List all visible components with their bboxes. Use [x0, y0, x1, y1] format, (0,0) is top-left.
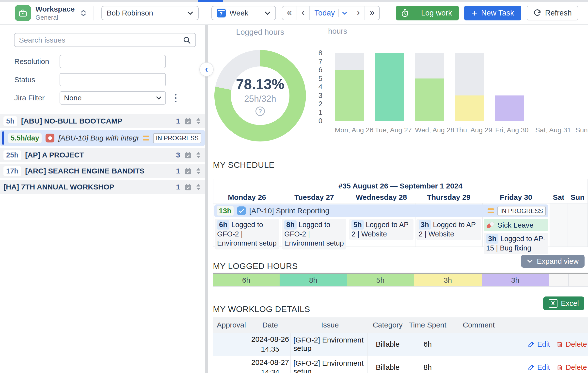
refresh-button[interactable]: Refresh [527, 6, 578, 20]
user-select[interactable]: Bob Robinson [101, 6, 199, 20]
logged-segment[interactable]: 3h [482, 274, 549, 286]
project-row-ap[interactable]: 25h [AP] A PROJECT 3 [0, 148, 205, 162]
logged-segment[interactable]: 3h [414, 274, 482, 286]
search-input[interactable] [19, 36, 183, 44]
edit-button[interactable]: Edit [528, 363, 550, 372]
project-hours-badge: 17h [3, 166, 21, 176]
donut-chart-title: Logged hours [214, 28, 306, 37]
search-box [14, 33, 196, 47]
sidebar-main-divider[interactable] [205, 25, 208, 373]
y-tick-label: 7 [318, 57, 322, 65]
cell-date: 2024-08-26 14:35 [250, 334, 290, 354]
search-icon[interactable] [183, 36, 191, 44]
project-hours-badge: 5h [3, 116, 17, 126]
nav-next-button[interactable]: › [352, 6, 365, 20]
status-input[interactable] [60, 73, 166, 86]
worklog-card-wednesday[interactable]: 5h Logged to AP-2 | Website [349, 219, 413, 240]
bar-column [415, 53, 444, 121]
day-header: Sat [550, 193, 568, 202]
y-tick-label: 4 [318, 83, 322, 91]
col-issue: Issue [290, 317, 368, 333]
project-count: 1 [176, 183, 180, 191]
delete-button[interactable]: Delete [556, 363, 587, 372]
schedule-week-title: #35 August 26 — September 1 2024 [213, 179, 588, 192]
log-work-label: Log work [414, 9, 459, 17]
help-icon[interactable]: ? [255, 107, 265, 116]
expand-view-button[interactable]: Expand view [521, 255, 585, 268]
project-row-abu[interactable]: 5h [ABU] NO-BULL BOOTCAMP 1 [0, 114, 205, 128]
workspace-switcher[interactable]: Workspace General [15, 5, 86, 21]
excel-export-button[interactable]: X Excel [543, 296, 584, 310]
my-logged-hours-heading: MY LOGGED HOURS [213, 261, 298, 271]
bar-column [375, 53, 404, 121]
y-tick-label: 0 [318, 117, 322, 125]
y-tick-label: 3 [318, 91, 322, 99]
col-approval: Approval [213, 321, 250, 329]
col-time-spent: Time Spent [407, 321, 448, 329]
y-tick-label: 2 [318, 100, 322, 108]
calendar-check-icon[interactable] [184, 183, 192, 191]
status-badge: IN PROGRESS [153, 133, 201, 143]
day-header: Sun [568, 193, 588, 202]
worklog-card-thursday[interactable]: 3h Logged to AP-2 | Website [416, 219, 481, 240]
trash-icon [556, 364, 563, 371]
project-list: 5h [ABU] NO-BULL BOOTCAMP 1 5.5h/day [AB… [0, 114, 205, 194]
calendar-check-icon[interactable] [184, 167, 192, 175]
nav-last-button[interactable]: » [365, 6, 379, 20]
project-name: [ABU] NO-BULL BOOTCAMP [21, 117, 122, 125]
nav-first-button[interactable]: « [282, 6, 297, 20]
sick-leave-card[interactable]: Sick Leave [484, 219, 548, 231]
pill-icon [486, 221, 495, 229]
sort-arrows-icon[interactable] [196, 152, 201, 158]
sidebar-collapse-button[interactable]: ‹ [199, 62, 214, 77]
nav-prev-button[interactable]: ‹ [297, 6, 310, 20]
sort-arrows-icon[interactable] [196, 184, 201, 190]
project-row-ha[interactable]: [HA] 7TH ANNUAL WORKSHOP 1 [0, 180, 205, 194]
jira-filter-select[interactable]: None [60, 91, 166, 105]
bar-x-label: Wed, Aug 28 [415, 126, 444, 134]
bar-x-label: Mon, Aug 26 [335, 126, 364, 134]
workspace-switch-chevrons-icon[interactable] [81, 10, 86, 16]
chevron-down-icon [187, 11, 193, 15]
worklog-card-friday[interactable]: 3h Logged to AP-15 | Bug fixing [484, 233, 548, 254]
sort-arrows-icon[interactable] [196, 118, 201, 124]
worklog-row: 2024-08-26 14:35 [GFO-2] Environment set… [213, 333, 588, 356]
jira-filter-menu-icon[interactable] [173, 92, 178, 104]
chevron-down-icon [265, 11, 270, 15]
period-select[interactable]: 7 Week [211, 6, 276, 20]
logged-segment[interactable]: 8h [280, 274, 347, 286]
task-checkbox[interactable] [237, 206, 246, 215]
worklog-card-tuesday[interactable]: 8h Logged to GFO-2 | Environment setup [282, 219, 346, 249]
project-row-arc[interactable]: 17h [ARC] SEARCH ENGINE BANDITS 1 [0, 164, 205, 178]
priority-medium-icon [143, 136, 149, 140]
sort-arrows-icon[interactable] [196, 168, 201, 174]
schedule-task-bar[interactable]: 13h [AP-10] Sprint Reporting IN PROGRESS [214, 204, 548, 217]
resolution-input[interactable] [60, 55, 166, 68]
bar-chart-bars [335, 53, 588, 121]
page-loading-bar [0, 0, 588, 2]
project-name: [ARC] SEARCH ENGINE BANDITS [25, 167, 144, 175]
edit-button[interactable]: Edit [528, 340, 550, 348]
user-select-value: Bob Robinson [107, 9, 187, 17]
cell-category: Billable [368, 363, 407, 372]
calendar-check-icon[interactable] [184, 117, 192, 125]
schedule-day-headers: Monday 26 Tuesday 27 Wednesday 28 Thursd… [213, 192, 588, 203]
project-count: 1 [176, 117, 180, 125]
donut-ratio: 25h/32h [244, 94, 276, 104]
delete-button[interactable]: Delete [556, 340, 587, 348]
project-hours-badge: 25h [3, 150, 21, 160]
issue-row-abu-10-selected[interactable]: 5.5h/day [ABU-10] Bug with integrations … [0, 130, 205, 146]
today-button[interactable]: Today [310, 6, 352, 20]
chevron-down-icon [342, 12, 347, 15]
logged-segment[interactable]: 5h [347, 274, 414, 286]
log-work-button[interactable]: Log work [396, 6, 459, 20]
loading-progress [198, 0, 223, 2]
calendar-check-icon[interactable] [184, 151, 192, 159]
logged-segment[interactable]: 6h [213, 274, 280, 286]
worklog-card-monday[interactable]: 6h Logged to GFO-2 | Environment setup [215, 219, 279, 249]
col-date: Date [250, 321, 290, 329]
new-task-button[interactable]: + New Task [464, 6, 521, 20]
day-header: Friday 30 [482, 193, 550, 202]
task-status-badge: IN PROGRESS [497, 206, 546, 216]
cell-category: Billable [368, 340, 407, 348]
